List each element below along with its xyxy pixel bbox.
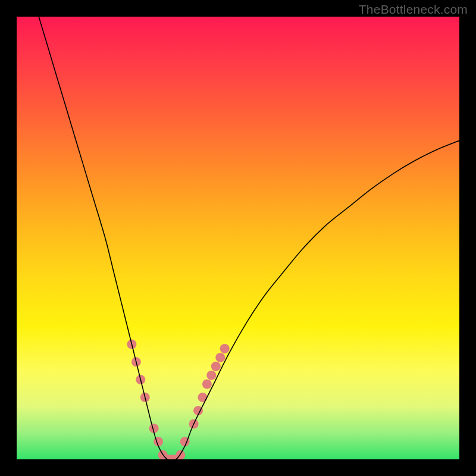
highlight-dot (215, 353, 225, 362)
highlight-dot (198, 393, 207, 402)
chart-svg (17, 17, 459, 459)
watermark-text: TheBottleneck.com (359, 2, 468, 17)
chart-container: TheBottleneck.com (0, 0, 476, 476)
highlight-dot (206, 371, 216, 380)
highlight-dot (211, 362, 221, 371)
highlight-dot (220, 344, 230, 353)
bottleneck-curve (39, 17, 459, 459)
highlight-dots-group (127, 340, 229, 459)
plot-area (17, 17, 459, 459)
highlight-dot (202, 380, 212, 389)
